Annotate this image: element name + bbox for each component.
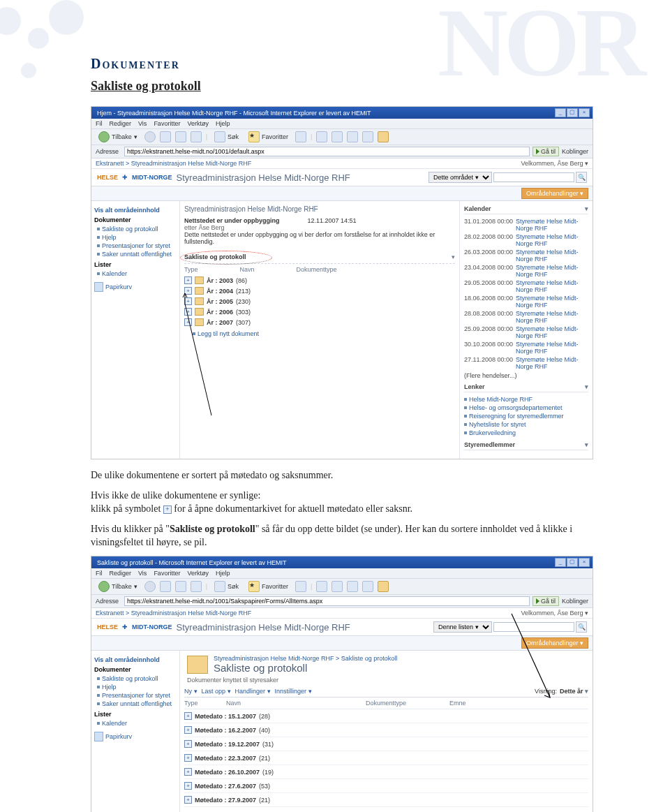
settings-button[interactable]: Innstillinger ▾ [275,688,312,695]
col-navn[interactable]: Navn [226,700,366,707]
discuss-icon[interactable] [362,581,373,592]
expand-icon[interactable]: + [184,287,192,295]
date-group-row[interactable]: +Møtedato : 27.6.2007(53) [184,779,588,793]
home-icon[interactable] [191,131,202,142]
breadcrumb[interactable]: Ekstranett > Styreadministrasjon Helse M… [96,610,251,617]
nav-papirkurv[interactable]: Papirkurv [94,732,177,741]
upload-button[interactable]: Last opp ▾ [202,688,231,695]
date-group-row[interactable]: +Møtedato : 16.2.2007(40) [184,723,588,737]
print-icon[interactable] [332,131,343,142]
col-emne[interactable]: Emne [449,700,588,707]
expand-icon[interactable]: + [184,796,192,804]
menu-hjelp[interactable]: Hjelp [216,570,230,577]
print-icon[interactable] [332,581,343,592]
menu-verktoy[interactable]: Verktøy [187,120,209,127]
maximize-button[interactable]: ▢ [567,108,578,117]
actions-button[interactable]: Handlinger ▾ [235,688,271,695]
expand-icon[interactable]: + [184,308,192,316]
edit-icon[interactable] [347,581,358,592]
menu-fil[interactable]: Fil [96,120,103,127]
calendar-item[interactable]: 18.06.2008 00:00Styremøte Helse Midt-Nor… [464,294,588,309]
forward-button[interactable] [144,581,156,592]
col-type[interactable]: Type [184,266,198,273]
expand-icon[interactable]: + [184,318,192,326]
history-icon[interactable] [295,131,306,142]
notice-headline[interactable]: Nettstedet er under oppbygging [184,217,280,224]
favorites-button[interactable]: ★Favoritter [246,580,291,593]
discuss-icon[interactable] [362,131,373,142]
minimize-button[interactable]: _ [555,558,566,567]
minimize-button[interactable]: _ [555,108,566,117]
favorites-button[interactable]: ★Favoritter [246,131,291,143]
expand-icon[interactable]: + [184,276,192,284]
year-row[interactable]: +År : 2005(230) [184,296,455,307]
history-icon[interactable] [295,581,306,592]
menu-vis[interactable]: Vis [138,120,147,127]
maximize-button[interactable]: ▢ [567,558,578,567]
view-select[interactable]: Dette år ▾ [560,688,588,695]
calendar-item[interactable]: 26.03.2008 00:00Styremøte Helse Midt-Nor… [464,248,588,263]
nav-presentasjoner[interactable]: Presentasjoner for styret [97,691,177,700]
date-group-row[interactable]: +Møtedato : 15.1.2007(28) [184,709,588,723]
nav-hjelp[interactable]: Hjelp [97,233,177,242]
close-button[interactable]: × [579,558,590,567]
col-navn[interactable]: Navn [240,266,255,273]
new-button[interactable]: Ny ▾ [184,688,198,695]
go-button[interactable]: Gå til [533,147,559,156]
more-events-link[interactable]: (Flere hendelser...) [464,371,588,379]
menu-favoritter[interactable]: Favoritter [154,120,180,127]
menu-vis[interactable]: Vis [138,570,147,577]
menu-rediger[interactable]: Rediger [110,570,132,577]
year-row[interactable]: +År : 2003(86) [184,275,455,286]
menu-favoritter[interactable]: Favoritter [154,570,180,577]
date-group-row[interactable]: +Møtedato : 27.9.2007(21) [184,793,588,807]
menu-hjelp[interactable]: Hjelp [216,120,230,127]
calendar-item[interactable]: 29.05.2008 00:00Styremøte Helse Midt-Nor… [464,279,588,294]
menu-rediger[interactable]: Rediger [110,120,132,127]
year-row[interactable]: +År : 2004(213) [184,286,455,296]
mail-icon[interactable] [316,131,327,142]
link-item[interactable]: Helse- og omsorgsdepartementet [464,404,588,412]
search-input[interactable] [493,172,574,182]
nav-show-all[interactable]: Vis alt områdeinnhold [94,656,177,663]
nav-hjelp[interactable]: Hjelp [97,683,177,691]
expand-icon[interactable]: + [184,782,192,790]
menu-fil[interactable]: Fil [96,570,103,577]
back-button[interactable]: Tilbake ▾ [96,580,140,593]
folder-icon[interactable] [378,581,389,592]
edit-icon[interactable] [347,131,358,142]
calendar-item[interactable]: 23.04.2008 00:00Styremøte Helse Midt-Nor… [464,263,588,279]
nav-show-all[interactable]: Vis alt områdeinnhold [94,207,177,214]
address-input[interactable] [124,596,530,606]
calendar-item[interactable]: 27.11.2008 00:00Styremøte Helse Midt-Nor… [464,355,588,371]
nav-kalender[interactable]: Kalender [97,719,177,728]
refresh-icon[interactable] [175,581,186,592]
go-button[interactable]: Gå til [533,596,559,606]
date-group-row[interactable]: +Møtedato : 22.3.2007(21) [184,751,588,765]
expand-icon[interactable]: + [184,726,192,734]
col-dokumenttype[interactable]: Dokumenttype [366,700,449,707]
welcome-user[interactable]: Velkommen, Åse Berg ▾ [521,160,588,167]
calendar-item[interactable]: 28.02.2008 00:00Styremøte Helse Midt-Nor… [464,232,588,248]
search-button[interactable]: Søk [211,580,241,593]
col-dokumenttype[interactable]: Dokumenttype [297,266,337,273]
breadcrumb[interactable]: Ekstranett > Styreadministrasjon Helse M… [96,160,251,167]
expand-icon[interactable]: + [184,712,192,720]
nav-saker-unntatt[interactable]: Saker unntatt offentlighet [97,250,177,258]
links-label[interactable]: Koblinger [562,598,588,605]
links-label[interactable]: Koblinger [562,148,588,155]
nav-papirkurv[interactable]: Papirkurv [94,282,177,292]
expand-icon[interactable]: + [184,297,192,305]
link-item[interactable]: Brukerveiledning [464,429,588,437]
date-group-row[interactable]: +Møtedato : 19.12.2007(31) [184,737,588,751]
calendar-item[interactable]: 25.09.2008 00:00Styremøte Helse Midt-Nor… [464,325,588,340]
expand-icon[interactable]: + [184,754,192,762]
close-button[interactable]: × [579,108,590,117]
menu-verktoy[interactable]: Verktøy [187,570,209,577]
year-row[interactable]: +År : 2007(307) [184,317,455,327]
link-item[interactable]: Nyhetsliste for styret [464,420,588,429]
page-breadcrumb[interactable]: Styreadministrasjon Helse Midt-Norge RHF… [214,655,397,662]
expand-icon[interactable]: + [184,768,192,776]
nav-saker-unntatt[interactable]: Saker unntatt offentlighet [97,700,177,708]
nav-kalender[interactable]: Kalender [97,270,177,278]
